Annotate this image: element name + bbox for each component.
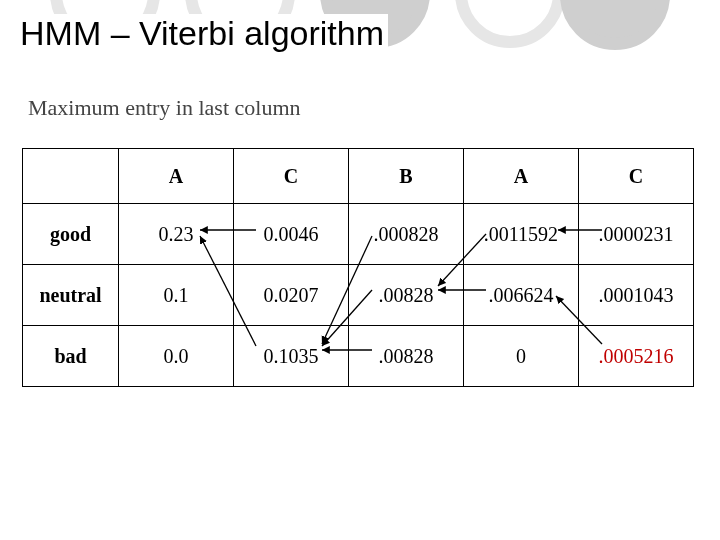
cell: .00828 xyxy=(349,265,464,326)
table-row: bad 0.0 0.1035 .00828 0 .0005216 xyxy=(23,326,694,387)
row-label: good xyxy=(23,204,119,265)
table-header-row: A C B A C xyxy=(23,149,694,204)
col-header: A xyxy=(119,149,234,204)
row-label: bad xyxy=(23,326,119,387)
cell: 0.23 xyxy=(119,204,234,265)
row-label: neutral xyxy=(23,265,119,326)
cell: .0000231 xyxy=(579,204,694,265)
decor-circle xyxy=(455,0,565,48)
cell: .0001043 xyxy=(579,265,694,326)
cell-highlight: .0005216 xyxy=(579,326,694,387)
cell: .00828 xyxy=(349,326,464,387)
cell: .000828 xyxy=(349,204,464,265)
col-header: B xyxy=(349,149,464,204)
cell: .0011592 xyxy=(464,204,579,265)
col-header: C xyxy=(234,149,349,204)
decor-circle xyxy=(560,0,670,50)
cell: 0.1 xyxy=(119,265,234,326)
cell: 0 xyxy=(464,326,579,387)
header-empty xyxy=(23,149,119,204)
cell: 0.0046 xyxy=(234,204,349,265)
viterbi-table: A C B A C good 0.23 0.0046 .000828 .0011… xyxy=(22,148,694,387)
cell: 0.1035 xyxy=(234,326,349,387)
table-row: good 0.23 0.0046 .000828 .0011592 .00002… xyxy=(23,204,694,265)
table-row: neutral 0.1 0.0207 .00828 .006624 .00010… xyxy=(23,265,694,326)
slide-title: HMM – Viterbi algorithm xyxy=(16,14,388,53)
col-header: A xyxy=(464,149,579,204)
cell: .006624 xyxy=(464,265,579,326)
cell: 0.0 xyxy=(119,326,234,387)
cell: 0.0207 xyxy=(234,265,349,326)
slide-subtitle: Maximum entry in last column xyxy=(28,95,301,121)
viterbi-table-wrap: A C B A C good 0.23 0.0046 .000828 .0011… xyxy=(22,148,694,387)
col-header: C xyxy=(579,149,694,204)
